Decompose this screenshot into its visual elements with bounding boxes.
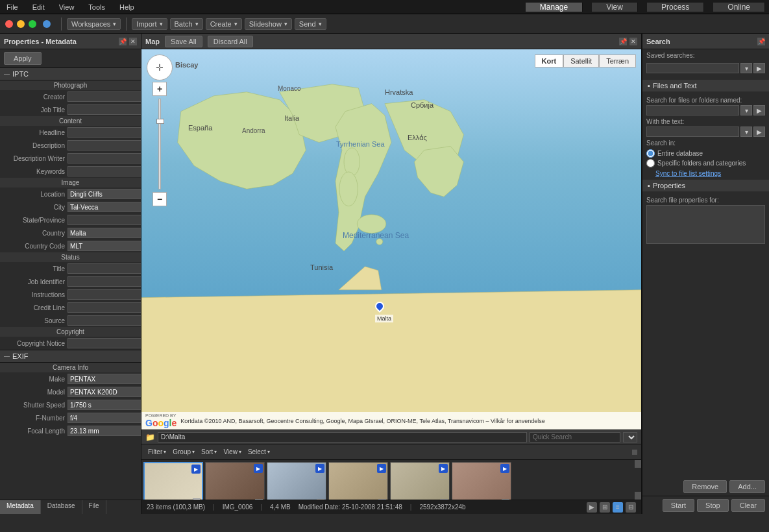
files-search-expand[interactable]: ▾ [740,105,752,115]
save-all-button[interactable]: Save All [165,36,202,47]
country-code-input[interactable] [67,241,141,251]
filter-btn[interactable]: Filter [145,447,169,457]
group-btn[interactable]: Group [170,447,197,457]
text-search-input[interactable] [646,127,739,137]
top-tab-manage[interactable]: Manage [526,3,583,12]
discard-all-button[interactable]: Discard All [208,36,253,47]
stop-button[interactable]: Stop [697,499,729,512]
entire-db-radio[interactable] [646,149,655,158]
clear-button[interactable]: Clear [731,499,765,512]
map-type-kort[interactable]: Kort [535,54,564,67]
text-search-go[interactable]: ▶ [753,127,765,137]
make-input[interactable] [67,374,141,384]
scroll-bottom[interactable] [635,492,641,500]
thumb-check-2[interactable] [255,499,263,500]
top-tab-process[interactable]: Process [647,3,704,12]
traffic-light-close[interactable] [5,20,13,28]
text-search-expand[interactable]: ▾ [740,127,752,137]
properties-meta-btn[interactable]: ≡ [613,502,623,513]
menu-help[interactable]: Help [117,2,137,12]
instructions-input[interactable] [67,289,141,300]
thumb-item-5[interactable]: ▶ [390,462,450,500]
map-type-terrain[interactable]: Terræn [599,54,636,67]
apply-button[interactable]: Apply [4,52,42,65]
thumb-check-5[interactable] [440,499,448,500]
menu-file[interactable]: File [4,2,21,12]
credit-line-input[interactable] [67,302,141,313]
headline-input[interactable] [67,127,141,138]
zoom-in-button[interactable]: + [153,82,167,96]
zoom-thumb[interactable] [156,119,164,124]
job-title-input[interactable] [67,104,141,115]
thumb-item-6[interactable]: ▶ [452,462,511,500]
scroll-up-btn[interactable] [632,450,637,455]
specific-folders-radio[interactable] [646,159,655,167]
grid-btn[interactable]: ⊟ [626,502,636,513]
saved-searches-input[interactable] [646,63,739,73]
import-dropdown[interactable]: Import [132,18,167,30]
thumb-item-2[interactable]: ▶ [205,462,265,500]
sync-link[interactable]: Sync to file list settings [655,170,765,177]
map-container[interactable]: Biscay España Italia Tyrrhenian Sea Medi… [141,49,641,429]
map-type-satellit[interactable]: Satellit [563,54,599,67]
country-input[interactable] [67,228,141,238]
panel-pin-btn[interactable]: 📌 [119,38,127,45]
menu-tools[interactable]: Tools [86,2,108,12]
top-tab-view[interactable]: View [592,3,638,12]
top-tab-online[interactable]: Online [713,3,765,12]
search-select[interactable] [623,432,637,442]
btab-database[interactable]: Database [41,500,82,514]
send-dropdown[interactable]: Send [295,18,326,30]
panel-close-btn[interactable]: ✕ [129,38,137,45]
path-input[interactable] [158,432,527,442]
thumb-item-3[interactable]: ▶ [267,462,326,500]
map-pin-btn[interactable]: 📌 [619,38,627,45]
saved-search-go-btn[interactable]: ▶ [753,63,765,73]
thumb-check-3[interactable] [317,499,324,500]
desc-writer-input[interactable] [67,153,141,163]
focal-input[interactable] [67,426,141,436]
description-input[interactable] [67,140,141,151]
map-nav-control[interactable]: ✛ [147,54,173,80]
thumb-check-6[interactable] [502,499,509,500]
view-btn[interactable]: View [221,447,244,457]
thumb-item-1[interactable]: ▶ [143,462,203,500]
remove-button[interactable]: Remove [683,480,727,493]
traffic-light-max[interactable] [29,20,36,28]
select-btn[interactable]: Select [245,447,273,457]
btab-file[interactable]: File [82,500,106,514]
organize-btn[interactable]: ⊞ [600,502,610,513]
city-input[interactable] [67,202,141,212]
workspaces-dropdown[interactable]: Workspaces [67,18,121,30]
zoom-bar[interactable] [158,99,161,189]
keywords-input[interactable] [67,166,141,176]
zoom-out-button[interactable]: − [153,192,167,206]
thumb-scrollbar[interactable] [635,460,641,500]
model-input[interactable] [67,387,141,397]
files-search-go[interactable]: ▶ [753,105,765,115]
job-id-input[interactable] [67,276,141,287]
thumb-item-4[interactable]: ▶ [328,462,388,500]
state-input[interactable] [67,215,141,225]
creator-input[interactable] [67,91,141,102]
slideshow-dropdown[interactable]: Slideshow [245,18,292,30]
map-close-btn[interactable]: ✕ [629,38,637,45]
scroll-top[interactable] [635,460,641,468]
iptc-section-header[interactable]: — IPTC [0,67,141,80]
saved-search-expand-btn[interactable]: ▾ [740,63,752,73]
exif-section-header[interactable]: — EXIF [0,350,141,363]
sort-btn[interactable]: Sort [199,447,219,457]
thumb-check-1[interactable] [193,498,201,500]
props-textarea[interactable] [646,205,765,244]
btab-metadata[interactable]: Metadata [0,500,41,514]
menu-edit[interactable]: Edit [30,2,47,12]
files-search-input[interactable] [646,105,739,115]
batch-dropdown[interactable]: Batch [170,18,203,30]
create-dropdown[interactable]: Create [206,18,242,30]
start-button[interactable]: Start [663,499,694,512]
shutter-input[interactable] [67,400,141,410]
quick-search-input[interactable] [530,432,620,442]
location-input[interactable] [67,189,141,199]
copyright-notice-input[interactable] [67,338,141,348]
menu-view[interactable]: View [56,2,77,12]
